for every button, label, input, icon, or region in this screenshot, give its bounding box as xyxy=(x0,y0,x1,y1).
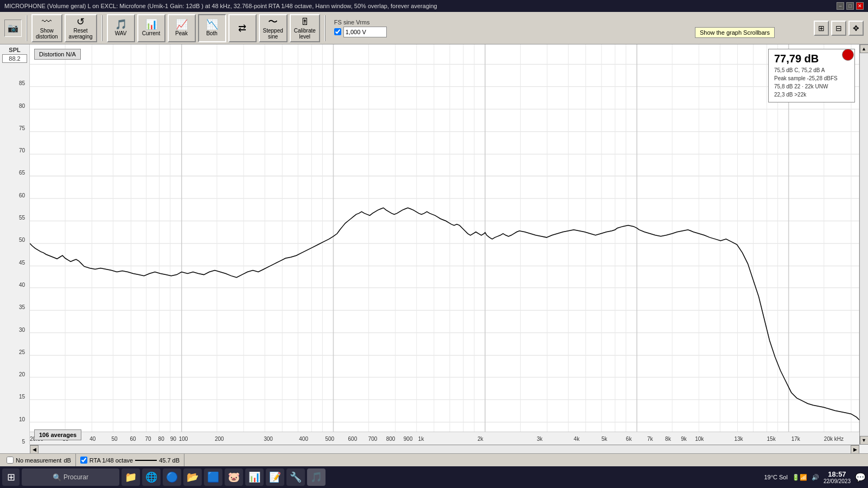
calibrate-level-button[interactable]: 🎚 Calibrate level xyxy=(290,14,320,42)
y-axis-label-15: 15 xyxy=(19,394,25,400)
stepped-sine-label: Stepped sine xyxy=(263,28,283,40)
scroll-track-horizontal[interactable] xyxy=(39,445,851,453)
taskbar-rew2[interactable]: 🎵 xyxy=(307,468,326,486)
taskbar-store[interactable]: 🟦 xyxy=(204,468,222,486)
search-bar[interactable]: 🔍 Procurar xyxy=(22,468,119,486)
x-label-3k: 3k xyxy=(537,436,543,442)
x-label-500: 500 xyxy=(325,436,334,442)
fs-value-box xyxy=(334,27,387,37)
y-axis-label-45: 45 xyxy=(19,260,25,266)
x-label-1k: 1k xyxy=(418,436,425,442)
y-axis-label-55: 55 xyxy=(19,215,25,221)
x-label-2k: 2k xyxy=(477,436,484,442)
start-button[interactable]: ⊞ xyxy=(2,468,20,486)
stepped-sine-button[interactable]: 〜 Stepped sine xyxy=(259,14,288,42)
taskbar-right: 19°C Sol 🔋📶 🔊 18:57 22/09/2023 💬 xyxy=(764,470,866,484)
taskbar-word[interactable]: 📝 xyxy=(266,468,284,486)
exchange-button[interactable]: ⇄ xyxy=(228,14,257,42)
edge-icon: 🌐 xyxy=(145,471,157,483)
reset-averaging-label: Reset averaging xyxy=(69,28,93,40)
scroll-down-arrow[interactable]: ▼ xyxy=(860,436,869,445)
titlebar-controls: – □ ✕ xyxy=(837,2,864,10)
taskbar-chrome[interactable]: 🔵 xyxy=(163,468,181,486)
resize-icon-button[interactable]: ⊟ xyxy=(831,21,846,36)
averages-badge: 106 averages xyxy=(34,429,81,440)
volume-icon: 🔊 xyxy=(812,474,819,481)
x-label-300: 300 xyxy=(264,436,273,442)
store-icon: 🟦 xyxy=(207,471,219,483)
y-axis-label-80: 80 xyxy=(19,103,25,109)
x-label-60: 60 xyxy=(130,436,136,442)
peak-button[interactable]: 📈 Peak xyxy=(168,14,196,42)
clock-date: 22/09/2023 xyxy=(824,478,851,484)
wav-icon: 🎵 xyxy=(115,20,127,29)
horizontal-scrollbar[interactable]: ◀ ▶ xyxy=(30,445,859,453)
search-label: Procurar xyxy=(63,473,88,481)
y-axis-label-50: 50 xyxy=(19,237,25,243)
stepped-sine-icon: 〜 xyxy=(268,17,278,27)
right-scrollbar[interactable]: ▲ ▼ xyxy=(859,44,868,445)
app-window: MICROPHONE (Volume geral) L on EXCL: Mic… xyxy=(0,0,868,488)
rta-line-icon xyxy=(135,457,157,464)
x-label-15k: 15k xyxy=(767,436,776,442)
toolbar-separator-1 xyxy=(26,15,27,41)
svg-rect-2 xyxy=(30,44,859,445)
reset-averaging-button[interactable]: ↺ Reset averaging xyxy=(65,14,97,42)
taskbar-files[interactable]: 📂 xyxy=(183,468,202,486)
scroll-up-arrow[interactable]: ▲ xyxy=(860,44,869,53)
x-label-800: 800 xyxy=(386,436,395,442)
taskbar-rew1[interactable]: 🔧 xyxy=(286,468,305,486)
taskbar-explorer[interactable]: 📁 xyxy=(122,468,140,486)
titlebar: MICROPHONE (Volume geral) L on EXCL: Mic… xyxy=(0,0,868,12)
wav-button[interactable]: 🎵 WAV xyxy=(107,14,135,42)
notification-icon[interactable]: 💬 xyxy=(855,472,866,483)
minimize-button[interactable]: – xyxy=(837,2,844,10)
rew1-icon: 🔧 xyxy=(290,471,302,483)
x-label-7k: 7k xyxy=(647,436,654,442)
close-button[interactable]: ✕ xyxy=(856,2,864,10)
windows-icon: ⊞ xyxy=(7,471,15,483)
taskbar-pig[interactable]: 🐷 xyxy=(225,468,243,486)
taskbar-excel[interactable]: 📊 xyxy=(245,468,264,486)
show-distortion-button[interactable]: 〰 Show distortion xyxy=(31,14,62,42)
measurement-checkbox[interactable] xyxy=(7,457,14,464)
x-label-20k: 20k kHz xyxy=(824,436,844,442)
taskbar-edge[interactable]: 🌐 xyxy=(142,468,161,486)
x-label-50: 50 xyxy=(111,436,118,442)
peak-icon: 📈 xyxy=(176,20,188,29)
spl-current-value: 88.2 xyxy=(2,54,27,63)
scroll-left-arrow[interactable]: ◀ xyxy=(30,445,39,454)
rta-checkbox[interactable] xyxy=(80,457,87,464)
info-line-4: 22,3 dB >22k xyxy=(774,91,849,99)
maximize-button[interactable]: □ xyxy=(846,2,854,10)
calibrate-level-label: Calibrate level xyxy=(294,28,316,40)
grid-icon-button[interactable]: ⊞ xyxy=(814,21,829,36)
scroll-track-vertical[interactable] xyxy=(860,53,868,436)
info-line-3: 75,8 dB 22 · 22k UNW xyxy=(774,82,849,91)
x-label-100: 100 xyxy=(179,436,188,442)
fs-area: FS sine Vrms xyxy=(334,19,387,37)
y-axis-label-35: 35 xyxy=(19,304,25,310)
move-icon-button[interactable]: ✥ xyxy=(848,21,864,36)
screenshot-button[interactable]: 📷 xyxy=(4,20,22,37)
reset-icon: ↺ xyxy=(76,17,85,27)
y-axis-label-75: 75 xyxy=(19,125,25,131)
x-label-9k: 9k xyxy=(681,436,687,442)
x-axis-svg: 20.00 30 40 50 60 70 80 90 100 200 300 4… xyxy=(30,432,859,445)
fs-checkbox[interactable] xyxy=(334,28,341,35)
both-button[interactable]: 📉 Both xyxy=(198,14,226,42)
clock[interactable]: 18:57 22/09/2023 xyxy=(824,470,851,484)
current-button[interactable]: 📊 Current xyxy=(137,14,165,42)
scroll-right-arrow[interactable]: ▶ xyxy=(851,445,859,454)
no-measurement-section: No measurement dB xyxy=(2,454,76,466)
show-scrollbars-button[interactable]: Show the graph Scrollbars xyxy=(695,27,775,38)
y-axis-label-70: 70 xyxy=(19,147,25,153)
y-axis-label-30: 30 xyxy=(19,327,25,333)
current-label: Current xyxy=(142,30,160,36)
fs-input[interactable] xyxy=(343,27,387,37)
x-label-13k: 13k xyxy=(734,436,743,442)
x-label-6k: 6k xyxy=(626,436,633,442)
distortion-badge: Distortion N/A xyxy=(34,49,81,60)
chart-container[interactable]: Distortion N/A 106 averages 77,79 dB 75,… xyxy=(30,44,859,445)
current-icon: 📊 xyxy=(145,20,157,29)
